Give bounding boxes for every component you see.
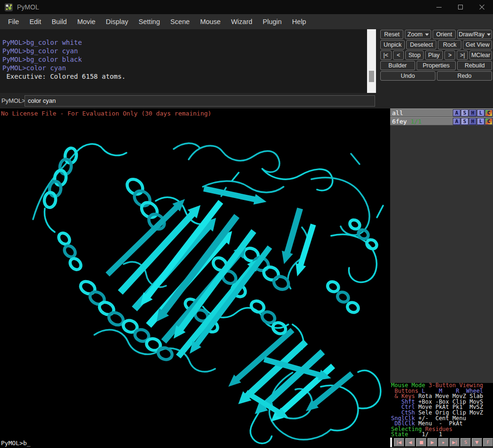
zoom-dropdown-label: Zoom (408, 31, 423, 38)
zoom-dropdown[interactable]: Zoom (405, 30, 431, 39)
object-row-6fey[interactable]: 6fey 1/1ASHLC (390, 117, 493, 125)
object-list: allASHLC6fey 1/1ASHLC (390, 108, 493, 125)
movie-stop-button[interactable]: ■ (416, 438, 426, 447)
menu-item-wizard[interactable]: Wizard (226, 14, 258, 29)
menu-item-setting[interactable]: Setting (134, 14, 165, 29)
protein-cartoon-segment (346, 301, 360, 315)
protein-structure[interactable] (0, 108, 389, 448)
c-menu-button[interactable]: C (485, 118, 493, 125)
protein-cartoon-segment (358, 371, 381, 408)
stop-button[interactable]: Stop (405, 50, 423, 60)
properties-button[interactable]: Properties (417, 61, 456, 70)
l-menu-button[interactable]: L (477, 109, 485, 116)
console-scrollbar[interactable] (367, 29, 376, 93)
c-menu-button[interactable]: C (485, 109, 493, 116)
reset-button-label: Reset (384, 31, 400, 38)
movie-start-button[interactable]: |◀ (394, 438, 404, 447)
close-button[interactable] (471, 0, 493, 14)
l-menu-button[interactable]: L (477, 118, 485, 125)
rock-button[interactable]: Rock (438, 40, 461, 50)
gl-viewport[interactable]: No License File - For Evaluation Only (3… (0, 108, 493, 448)
maximize-button[interactable] (450, 0, 471, 14)
play-button[interactable]: Play (425, 50, 443, 60)
mouse-help-segment: 1/ 1 (408, 431, 442, 438)
menu-item-mouse[interactable]: Mouse (195, 14, 226, 29)
mouse-help-segment: State (391, 431, 408, 438)
end-button-label: >| (460, 52, 465, 58)
protein-cartoon-segment (282, 207, 303, 264)
orient-button-label: Orient (436, 31, 452, 38)
frame-menu-button[interactable]: ▼ (472, 438, 482, 447)
menu-item-file[interactable]: File (3, 14, 24, 29)
protein-cartoon-segment (76, 144, 126, 155)
console-scrollbar-thumb[interactable] (369, 71, 374, 82)
protein-cartoon-segment (331, 234, 376, 282)
object-panel: allASHLC6fey 1/1ASHLC Mouse Mode 3-Butto… (389, 108, 493, 448)
protein-cartoon-segment (262, 265, 281, 282)
movie-end-button[interactable]: ▶| (450, 438, 460, 447)
s-menu-button[interactable]: S (461, 109, 468, 116)
h-menu-button[interactable]: H (469, 109, 476, 116)
a-menu-button[interactable]: A (453, 109, 460, 116)
h-menu-button[interactable]: H (469, 118, 476, 125)
command-row: PyMOL> (0, 93, 493, 108)
rock-button-label: Rock (443, 41, 456, 48)
dropdown-arrow-icon (487, 33, 491, 36)
play-button-label: Play (428, 52, 440, 58)
mclear-button-label: MClear (471, 52, 490, 58)
a-menu-button[interactable]: A (453, 118, 460, 125)
builder-button[interactable]: Builder (380, 61, 415, 70)
menu-item-help[interactable]: Help (287, 14, 311, 29)
deselect-button[interactable]: Deselect (406, 40, 436, 50)
button-row: |<<StopPlay>>|MClear (380, 50, 492, 60)
console-line: PyMOL>bg_color cyan (2, 47, 367, 55)
step-forward-button[interactable]: > (444, 50, 456, 60)
protein-cartoon-segment (88, 290, 107, 307)
protein-cartoon-segment (232, 173, 239, 181)
button-row: BuilderPropertiesRebuild (380, 61, 492, 70)
scene-button[interactable]: S (460, 438, 471, 447)
redo-button[interactable]: Redo (437, 71, 492, 81)
menu-item-build[interactable]: Build (46, 14, 72, 29)
menu-item-edit[interactable]: Edit (24, 14, 46, 29)
movie-back-button[interactable]: ◀ (405, 438, 416, 447)
object-row-all[interactable]: allASHLC (390, 108, 493, 117)
frame-position-indicator[interactable] (390, 438, 392, 447)
s-menu-button[interactable]: S (461, 118, 468, 125)
menu-bar: FileEditBuildMovieDisplaySettingSceneMou… (0, 14, 493, 29)
pymol-app-icon (5, 3, 13, 11)
menu-item-scene[interactable]: Scene (165, 14, 195, 29)
unpick-button-label: Unpick (384, 41, 401, 48)
draw-ray-dropdown[interactable]: Draw/Ray (457, 30, 492, 39)
step-forward-button-label: > (448, 52, 451, 58)
protein-cartoon-segment (326, 280, 341, 294)
movie-forward-button[interactable]: ▸ (438, 438, 449, 447)
mclear-button[interactable]: MClear (469, 50, 492, 60)
get-view-button[interactable]: Get View (463, 40, 492, 50)
rebuild-button[interactable]: Rebuild (457, 61, 492, 70)
get-view-button-label: Get View (466, 41, 490, 48)
deselect-button-label: Deselect (410, 41, 433, 48)
menu-item-display[interactable]: Display (100, 14, 134, 29)
fullscreen-button[interactable]: F (483, 438, 493, 447)
command-input[interactable] (25, 95, 375, 107)
step-back-button[interactable]: < (393, 50, 404, 60)
menu-item-movie[interactable]: Movie (72, 14, 101, 29)
protein-cartoon-segment (57, 231, 72, 247)
pymol-window: PyMOL FileEditBuildMovieDisplaySettingSc… (0, 0, 493, 448)
protein-cartoon-segment (189, 146, 279, 172)
undo-button[interactable]: Undo (380, 71, 435, 81)
redo-button-label: Redo (458, 73, 472, 79)
object-name-text: all (392, 109, 403, 116)
builder-button-label: Builder (388, 62, 407, 69)
end-button[interactable]: >| (457, 50, 468, 60)
rebuild-button-label: Rebuild (465, 62, 485, 69)
rewind-button[interactable]: |< (380, 50, 392, 60)
reset-button[interactable]: Reset (380, 30, 403, 39)
minimize-button[interactable] (428, 0, 450, 14)
movie-play-button[interactable]: ▶ (427, 438, 438, 447)
object-state-count: 1/1 (407, 118, 421, 125)
unpick-button[interactable]: Unpick (380, 40, 405, 50)
orient-button[interactable]: Orient (433, 30, 456, 39)
menu-item-plugin[interactable]: Plugin (258, 14, 287, 29)
